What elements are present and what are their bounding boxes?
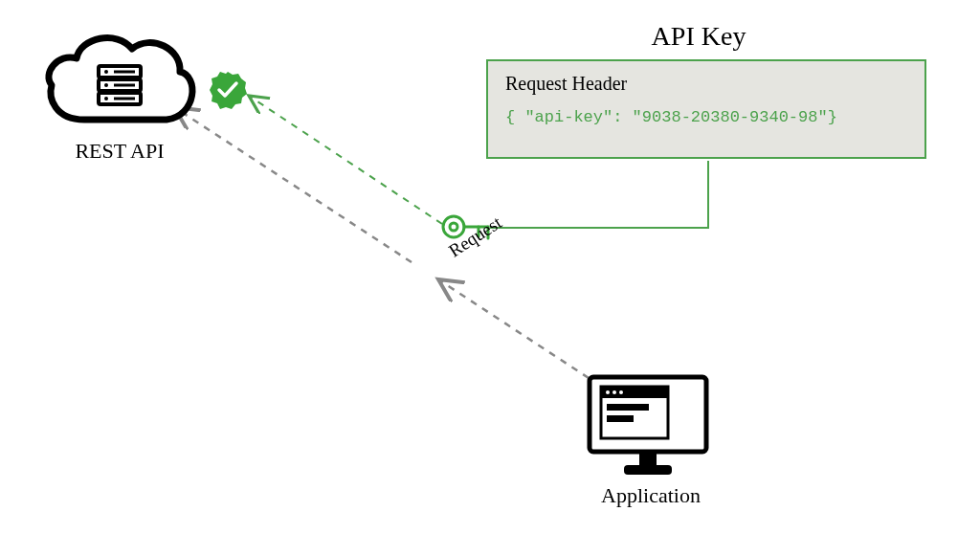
request-header-code: { "api-key": "9038-20380-9340-98"} <box>505 108 907 126</box>
request-header-title: Request Header <box>505 73 907 95</box>
svg-rect-27 <box>607 415 634 422</box>
svg-point-14 <box>450 223 457 231</box>
rest-api-label: REST API <box>43 139 196 164</box>
svg-line-0 <box>438 279 589 378</box>
svg-rect-20 <box>624 465 672 475</box>
svg-point-8 <box>104 97 108 100</box>
api-key-diagram: REST API API Key Request Header { "api-k… <box>0 0 980 534</box>
svg-point-23 <box>606 390 610 394</box>
svg-rect-19 <box>639 452 657 465</box>
api-key-title: API Key <box>593 21 804 52</box>
monitor-icon <box>586 373 710 478</box>
svg-point-24 <box>612 390 616 394</box>
verified-badge-icon <box>209 71 247 109</box>
svg-point-25 <box>619 390 623 394</box>
cloud-icon <box>38 24 201 134</box>
svg-point-6 <box>104 70 108 74</box>
svg-point-7 <box>104 83 108 87</box>
svg-rect-22 <box>601 387 668 398</box>
svg-line-1 <box>174 107 412 262</box>
request-header-box: Request Header { "api-key": "9038-20380-… <box>486 59 926 159</box>
svg-line-2 <box>249 96 442 224</box>
svg-rect-26 <box>607 404 649 411</box>
application-label: Application <box>579 483 723 508</box>
